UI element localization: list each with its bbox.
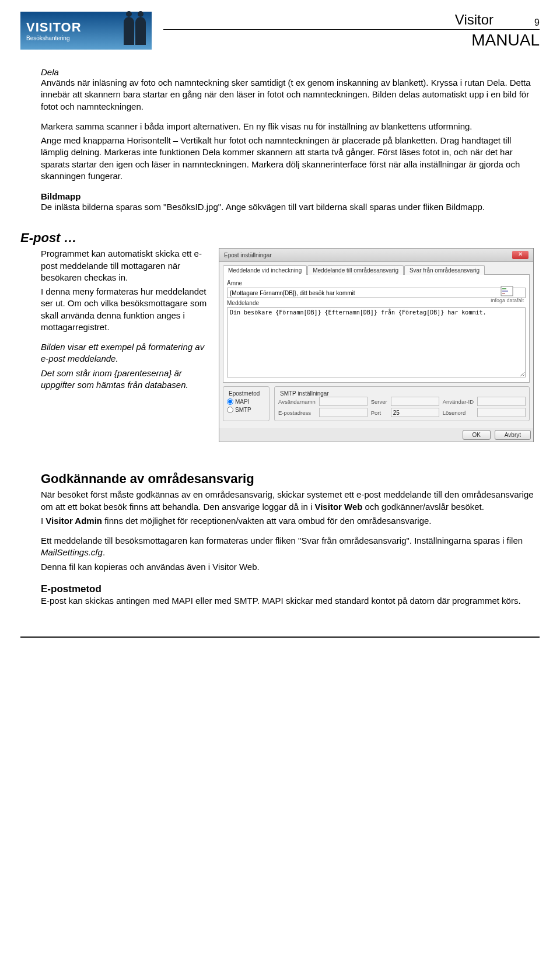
epost-caption-1: Bilden visar ett exempel på formatering … xyxy=(41,341,210,365)
godk-p4: Denna fil kan kopieras och användas även… xyxy=(41,561,534,573)
label-eaddr: E-postadress xyxy=(278,410,316,416)
label-sender: Avsändarnamn xyxy=(278,398,316,405)
ok-button[interactable]: OK xyxy=(463,430,491,440)
svg-rect-3 xyxy=(502,293,505,294)
doc-title-2: MANUAL xyxy=(163,31,540,50)
epostmetod-heading: E-postmetod xyxy=(41,583,534,595)
bildmapp-heading: Bildmapp xyxy=(41,191,534,201)
svg-rect-1 xyxy=(502,288,506,289)
silhouette-icon xyxy=(135,17,146,45)
label-userid: Användar-ID xyxy=(443,398,474,405)
radio-mapi[interactable] xyxy=(227,398,233,405)
tab-area-reply[interactable]: Svar från områdesansvarig xyxy=(404,265,485,275)
label-port: Port xyxy=(371,410,387,416)
logo-subtitle: Besökshantering xyxy=(26,35,82,41)
godk-p2: I Visitor Admin finns det möjlighet för … xyxy=(41,515,534,527)
epost-body-1: Programmet kan automatiskt skicka ett e-… xyxy=(41,248,210,284)
label-mapi: MAPI xyxy=(235,398,249,405)
godk-p1: När besöket först måste godkännas av en … xyxy=(41,489,534,513)
silhouette-icon xyxy=(124,17,134,45)
visitor-logo: VISITOR Besökshantering xyxy=(20,12,152,50)
label-password: Lösenord xyxy=(443,410,474,416)
tab-checkin[interactable]: Meddelande vid incheckning xyxy=(223,265,307,275)
label-subject: Ämne xyxy=(227,280,526,286)
dialog-title: Epost inställningar xyxy=(224,252,272,258)
footer-divider xyxy=(20,636,540,638)
dela-body-2: Markera samma scanner i båda import alte… xyxy=(41,121,534,132)
email-settings-dialog: Epost inställningar ✕ Meddelande vid inc… xyxy=(219,248,534,442)
dela-body: Används när inläsning av foto och namnte… xyxy=(41,77,534,113)
subject-input[interactable] xyxy=(227,288,526,298)
label-smtp: SMTP xyxy=(235,407,251,413)
dela-body-3: Ange med knapparna Horisontellt – Vertik… xyxy=(41,135,534,182)
epost-heading: E-post … xyxy=(20,230,534,246)
input-userid[interactable] xyxy=(477,397,526,406)
fieldset-epostmetod: Epostmetod MAPI SMTP xyxy=(223,386,270,421)
godk-p3: Ett meddelande till besöksmottagaren kan… xyxy=(41,535,534,559)
legend-smtp: SMTP inställningar xyxy=(278,390,331,397)
bildmapp-body: De inlästa bilderna sparas som "BesöksID… xyxy=(41,201,534,213)
page-number: 9 xyxy=(534,18,540,28)
insert-datafield-button[interactable]: Infoga datafält xyxy=(491,286,524,303)
close-icon[interactable]: ✕ xyxy=(512,251,528,259)
logo-title: VISITOR xyxy=(26,20,82,35)
legend-epostmetod: Epostmetod xyxy=(227,390,261,397)
dela-heading: Dela xyxy=(41,67,534,77)
godkannande-heading: Godkännande av områdesansvarig xyxy=(41,471,534,487)
radio-smtp[interactable] xyxy=(227,407,233,413)
input-sender[interactable] xyxy=(319,397,368,406)
cancel-button[interactable]: Avbryt xyxy=(495,430,531,440)
epostmetod-body: E-post kan skickas antingen med MAPI ell… xyxy=(41,595,534,607)
label-message: Meddelande xyxy=(227,300,526,306)
epost-body-2: I denna meny formateras hur meddelandet … xyxy=(41,286,210,333)
svg-rect-2 xyxy=(502,291,508,292)
tab-area-manager[interactable]: Meddelande till områdesansvarig xyxy=(307,265,404,275)
label-server: Server xyxy=(371,398,387,405)
doc-title-1: Visitor xyxy=(455,12,494,28)
input-port[interactable] xyxy=(391,408,439,417)
input-password[interactable] xyxy=(477,408,526,417)
input-eaddr[interactable] xyxy=(319,408,368,417)
message-textarea[interactable] xyxy=(227,307,526,377)
epost-caption-2: Det som står inom {parenteserna} är uppg… xyxy=(41,368,210,391)
input-server[interactable] xyxy=(391,397,439,406)
page-header: VISITOR Besökshantering Visitor 9 MANUAL xyxy=(20,12,540,50)
fieldset-smtp: SMTP inställningar Avsändarnamn Server A… xyxy=(274,386,530,421)
dialog-tabs: Meddelande vid incheckning Meddelande ti… xyxy=(223,265,530,275)
